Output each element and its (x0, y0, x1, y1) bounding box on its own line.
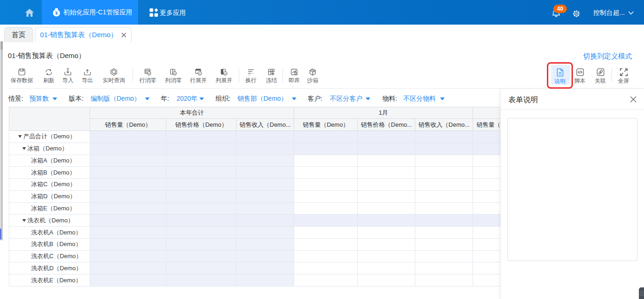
svg-text:❋: ❋ (271, 72, 275, 76)
svg-text:¥: ¥ (55, 11, 58, 16)
